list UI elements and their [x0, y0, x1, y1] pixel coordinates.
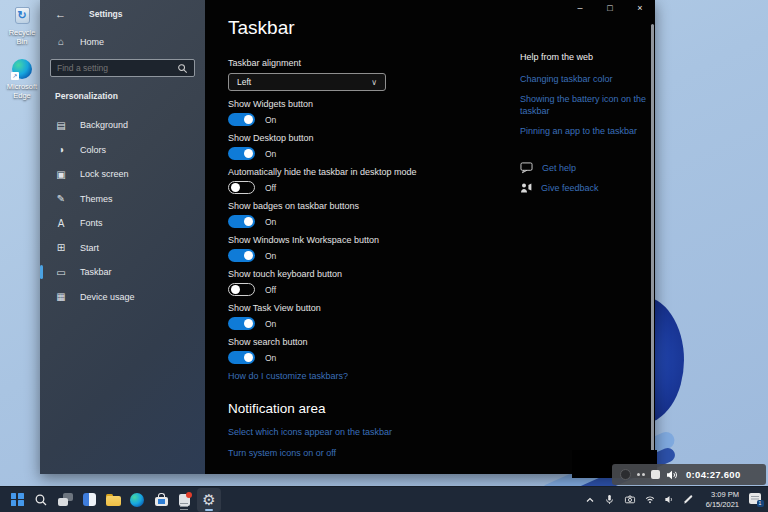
sidebar-nav: ▤Background◑Colors▣Lock screen✎ThemesAFo…: [40, 113, 205, 309]
sidebar-section-title: Personalization: [55, 91, 205, 101]
sidebar-item-label: Background: [80, 120, 128, 130]
pause-button[interactable]: [637, 473, 645, 476]
desktop-icon-label: Recycle Bin: [3, 28, 41, 46]
minimize-button[interactable]: –: [565, 0, 595, 15]
sidebar-item-device-usage[interactable]: ▦Device usage: [40, 285, 205, 310]
system-tray: 3:09 PM 6/15/2021 1: [583, 490, 763, 510]
toggle-knob: [231, 285, 240, 294]
colors-icon: ◑: [55, 144, 67, 155]
give-feedback-row[interactable]: Give feedback: [520, 182, 654, 194]
start-button[interactable]: [5, 488, 29, 512]
toggle-switch[interactable]: [228, 351, 255, 364]
toggle-label: Show search button: [228, 337, 655, 348]
toggle-state: On: [265, 149, 276, 159]
tray-clock[interactable]: 3:09 PM 6/15/2021: [706, 490, 739, 510]
help-web-link[interactable]: Pinning an app to the taskbar: [520, 125, 654, 137]
stop-button[interactable]: [651, 470, 660, 479]
toggle-knob: [231, 183, 240, 192]
record-button[interactable]: [620, 469, 631, 480]
active-app-indicator: [205, 509, 213, 511]
toggle-state: On: [265, 115, 276, 125]
settings-sidebar: ← Settings ⌂ Home Personalization ▤Backg…: [40, 0, 205, 474]
scrollbar[interactable]: [651, 24, 654, 466]
settings-app-button[interactable]: ⚙: [197, 488, 221, 512]
sidebar-item-lock-screen[interactable]: ▣Lock screen: [40, 162, 205, 187]
get-help-link[interactable]: Get help: [542, 163, 576, 173]
sidebar-item-colors[interactable]: ◑Colors: [40, 138, 205, 163]
toggle-label: Show badges on taskbar buttons: [228, 201, 655, 212]
toggle-label: Show Task View button: [228, 303, 655, 314]
widgets-button[interactable]: [77, 488, 101, 512]
home-icon: ⌂: [55, 36, 67, 47]
window-title: Settings: [89, 9, 123, 19]
network-icon[interactable]: [643, 493, 657, 507]
taskbar-search-button[interactable]: [29, 488, 53, 512]
close-button[interactable]: ×: [625, 0, 655, 15]
tray-chevron-up-icon[interactable]: [583, 493, 597, 507]
setting-row: Show touch keyboard buttonOff: [228, 269, 655, 296]
volume-icon[interactable]: [663, 493, 677, 507]
edge-button[interactable]: [125, 488, 149, 512]
toggle-knob: [244, 353, 253, 362]
gear-icon: ⚙: [202, 492, 215, 507]
file-explorer-button[interactable]: [101, 488, 125, 512]
help-web-link[interactable]: Showing the battery icon on the taskbar: [520, 93, 654, 117]
store-icon: [155, 493, 168, 506]
toggle-switch[interactable]: [228, 249, 255, 262]
toggle-switch[interactable]: [228, 283, 255, 296]
notification-center-button[interactable]: 1: [748, 493, 763, 507]
sidebar-item-label: Taskbar: [80, 267, 112, 277]
sidebar-item-start[interactable]: ⊞Start: [40, 236, 205, 261]
sidebar-item-label: Start: [80, 243, 99, 253]
search-input[interactable]: [57, 63, 177, 73]
device-usage-icon: ▦: [55, 291, 67, 302]
taskbar-alignment-dropdown[interactable]: Left ∨: [228, 73, 386, 91]
setting-row: Show badges on taskbar buttonsOn: [228, 201, 655, 228]
folder-icon: [106, 494, 121, 506]
shortcut-arrow-icon: ↗: [11, 72, 19, 80]
notification-badge: [186, 492, 192, 498]
toggle-switch[interactable]: [228, 317, 255, 330]
toggle-label: Show Windows Ink Workspace button: [228, 235, 655, 246]
edge-icon: ↗: [12, 59, 32, 79]
notification-count-badge: 1: [757, 500, 764, 507]
dropdown-value: Left: [237, 77, 251, 87]
search-box[interactable]: [50, 59, 195, 77]
help-web-link[interactable]: Changing taskbar color: [520, 73, 654, 85]
camera-icon[interactable]: [623, 493, 637, 507]
sidebar-item-themes[interactable]: ✎Themes: [40, 187, 205, 212]
give-feedback-link[interactable]: Give feedback: [541, 183, 599, 193]
help-panel: Help from the web Changing taskbar color…: [520, 52, 654, 194]
sidebar-item-home[interactable]: ⌂ Home: [40, 36, 205, 47]
toggle-knob: [244, 319, 253, 328]
setting-row: Show Task View buttonOn: [228, 303, 655, 330]
get-help-row[interactable]: Get help: [520, 162, 654, 174]
desktop-icon-recycle-bin[interactable]: ↻ Recycle Bin: [3, 4, 41, 46]
sidebar-item-fonts[interactable]: AFonts: [40, 211, 205, 236]
widgets-icon: [83, 493, 96, 506]
themes-icon: ✎: [55, 193, 67, 204]
sidebar-item-label: Home: [80, 37, 104, 47]
toggle-switch[interactable]: [228, 113, 255, 126]
toggle-switch[interactable]: [228, 215, 255, 228]
store-button[interactable]: [149, 488, 173, 512]
sidebar-item-label: Device usage: [80, 292, 135, 302]
recorder-volume-icon[interactable]: [666, 469, 678, 481]
notifications-app-button[interactable]: [173, 488, 197, 512]
sidebar-item-taskbar[interactable]: ▭Taskbar: [40, 260, 205, 285]
microphone-icon[interactable]: [603, 493, 617, 507]
task-view-button[interactable]: [53, 488, 77, 512]
toggle-switch[interactable]: [228, 147, 255, 160]
desktop-icon-microsoft-edge[interactable]: ↗ Microsoft Edge: [3, 58, 41, 100]
pen-icon[interactable]: [683, 493, 697, 507]
taskbar-icon: ▭: [55, 267, 67, 278]
notification-area-link[interactable]: Select which icons appear on the taskbar: [228, 427, 655, 437]
search-icon: [34, 493, 48, 507]
maximize-button[interactable]: □: [595, 0, 625, 15]
toggle-knob: [244, 115, 253, 124]
sidebar-item-background[interactable]: ▤Background: [40, 113, 205, 138]
toggle-switch[interactable]: [228, 181, 255, 194]
customize-taskbars-link[interactable]: How do I customize taskbars?: [228, 371, 655, 381]
app-icon: [179, 493, 192, 506]
back-arrow-icon[interactable]: ←: [55, 8, 66, 20]
